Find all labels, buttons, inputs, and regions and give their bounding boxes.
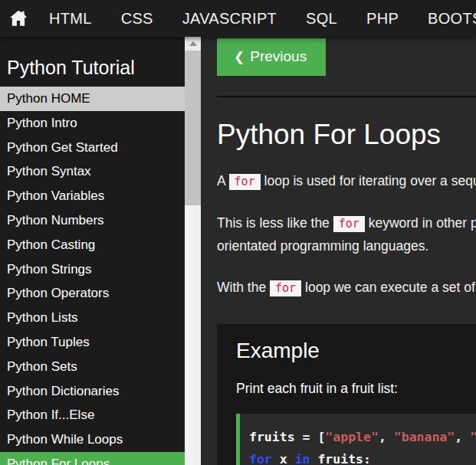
sidebar-menu: Python HOMEPython IntroPython Get Starte… — [0, 87, 185, 465]
example-description: Print each fruit in a fruit list: — [236, 381, 476, 397]
paragraph: This is less like the for keyword in oth… — [217, 212, 476, 257]
code-token-string: "apple" — [325, 430, 379, 444]
scrollbar-up-button[interactable] — [185, 37, 201, 51]
paragraph-line: orientated programming languages. — [217, 235, 476, 257]
previous-button-label: Previous — [250, 48, 307, 64]
sidebar-item-python-strings[interactable]: Python Strings — [0, 257, 185, 282]
sidebar-item-python-get-started[interactable]: Python Get Started — [0, 136, 185, 160]
sidebar-scrollbar-track[interactable] — [185, 37, 201, 465]
code-token-plain: , — [379, 430, 394, 444]
scrollbar-thumb[interactable] — [185, 51, 201, 205]
sidebar-item-python-sets[interactable]: Python Sets — [0, 355, 185, 379]
sidebar-item-python-intro[interactable]: Python Intro — [0, 111, 185, 136]
code-line: for x in fruits: — [249, 448, 476, 465]
sidebar-item-python-if-else[interactable]: Python If...Else — [0, 403, 185, 427]
paragraph-line: A for loop is used for iterating over a … — [217, 170, 476, 193]
inline-code: for — [333, 216, 365, 232]
inline-code: for — [270, 280, 301, 296]
code-token-keyword: for — [249, 452, 272, 465]
code-token-plain: x — [272, 452, 295, 465]
home-button[interactable] — [8, 0, 28, 37]
paragraph: A for loop is used for iterating over a … — [217, 170, 476, 193]
main-content: ❮Previous Python For Loops A for loop is… — [201, 37, 476, 465]
nav-item-sql[interactable]: SQL — [291, 0, 352, 37]
intro-paragraphs: A for loop is used for iterating over a … — [217, 170, 476, 300]
sidebar-item-python-numbers[interactable]: Python Numbers — [0, 208, 185, 233]
paragraph: With the for loop we can execute a set o… — [217, 277, 476, 300]
sidebar-title: Python Tutorial — [0, 37, 185, 87]
code-token-plain: fruits: — [310, 452, 371, 465]
previous-button[interactable]: ❮Previous — [217, 38, 326, 76]
page-title: Python For Loops — [217, 119, 476, 151]
nav-items: HTMLCSSJAVASCRIPTSQLPHPBOOTSTRAP — [34, 0, 476, 37]
scroll-up-arrow-icon — [189, 41, 197, 46]
nav-item-css[interactable]: CSS — [107, 0, 168, 37]
nav-item-javascript[interactable]: JAVASCRIPT — [168, 0, 291, 37]
paragraph-line: This is less like the for keyword in oth… — [217, 212, 476, 235]
sidebar-item-python-dictionaries[interactable]: Python Dictionaries — [0, 379, 185, 404]
code-token-string: "banana" — [394, 430, 455, 444]
code-token-keyword: in — [295, 452, 310, 465]
nav-item-html[interactable]: HTML — [34, 0, 107, 37]
example-panel: Example Print each fruit in a fruit list… — [217, 324, 476, 465]
home-icon — [8, 8, 28, 28]
code-line: fruits = ["apple", "banana", "cherry"] — [249, 426, 476, 448]
code-token-plain: , — [455, 430, 470, 444]
sidebar-item-python-home[interactable]: Python HOME — [0, 87, 185, 111]
sidebar: Python Tutorial Python HOMEPython IntroP… — [0, 37, 185, 465]
sidebar-item-python-syntax[interactable]: Python Syntax — [0, 159, 185, 184]
sidebar-item-python-for-loops[interactable]: Python For Loops — [0, 452, 185, 465]
code-token-plain: fruits = [ — [249, 430, 325, 444]
code-token-string: "cherry" — [470, 430, 476, 444]
top-navbar: HTMLCSSJAVASCRIPTSQLPHPBOOTSTRAP — [0, 0, 476, 37]
sidebar-item-python-casting[interactable]: Python Casting — [0, 233, 185, 257]
code-block: fruits = ["apple", "banana", "cherry"]fo… — [236, 414, 476, 465]
paragraph-line: With the for loop we can execute a set o… — [217, 277, 476, 300]
nav-item-php[interactable]: PHP — [352, 0, 413, 37]
example-title: Example — [236, 339, 476, 363]
sidebar-item-python-variables[interactable]: Python Variables — [0, 184, 185, 208]
sidebar-item-python-lists[interactable]: Python Lists — [0, 306, 185, 330]
inline-code: for — [229, 174, 261, 190]
sidebar-item-python-tuples[interactable]: Python Tuples — [0, 330, 185, 355]
sidebar-item-python-operators[interactable]: Python Operators — [0, 281, 185, 306]
sidebar-item-python-while-loops[interactable]: Python While Loops — [0, 427, 185, 452]
divider — [217, 96, 476, 97]
chevron-left-icon: ❮ — [234, 50, 245, 64]
nav-item-bootstrap[interactable]: BOOTSTRAP — [413, 0, 476, 37]
